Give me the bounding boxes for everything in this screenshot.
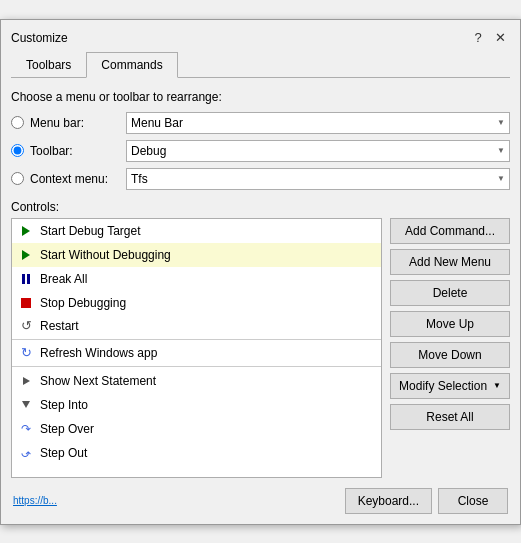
modify-selection-button[interactable]: Modify Selection ▼ — [390, 373, 510, 399]
label-toolbar: Toolbar: — [30, 144, 120, 158]
list-item[interactable]: ↺ Restart — [12, 315, 381, 340]
item-label: Step Out — [40, 446, 87, 460]
add-command-button[interactable]: Add Command... — [390, 218, 510, 244]
list-item[interactable]: Show Next Statement — [12, 369, 381, 393]
dropdown-arrow-icon: ▼ — [493, 381, 501, 390]
radio-group: Menu bar: Menu Bar ▼ Toolbar: Debug ▼ Co… — [11, 112, 510, 190]
customize-dialog: Customize ? ✕ Toolbars Commands Choose a… — [0, 19, 521, 525]
label-context-menu: Context menu: — [30, 172, 120, 186]
item-label: Refresh Windows app — [40, 346, 157, 360]
circle-arrow-icon: ↺ — [18, 318, 34, 334]
url-hint[interactable]: https://b... — [13, 495, 57, 506]
label-menu-bar: Menu bar: — [30, 116, 120, 130]
item-label: Restart — [40, 319, 79, 333]
item-label: Step Over — [40, 422, 94, 436]
radio-context-menu[interactable] — [11, 172, 24, 185]
tab-commands[interactable]: Commands — [86, 52, 177, 78]
list-item[interactable]: Start Without Debugging — [12, 243, 381, 267]
radio-row-menu-bar: Menu bar: Menu Bar ▼ — [11, 112, 510, 134]
keyboard-button[interactable]: Keyboard... — [345, 488, 432, 514]
commands-list[interactable]: Start Debug Target Start Without Debuggi… — [11, 218, 382, 478]
reset-all-button[interactable]: Reset All — [390, 404, 510, 430]
combo-context-menu[interactable]: Tfs ▼ — [126, 168, 510, 190]
title-bar-controls: ? ✕ — [468, 28, 510, 48]
radio-row-toolbar: Toolbar: Debug ▼ — [11, 140, 510, 162]
item-label: Break All — [40, 272, 87, 286]
stop-icon — [18, 295, 34, 311]
radio-row-context-menu: Context menu: Tfs ▼ — [11, 168, 510, 190]
radio-menu-bar[interactable] — [11, 116, 24, 129]
tab-toolbars[interactable]: Toolbars — [11, 52, 86, 78]
combo-context-menu-value: Tfs — [131, 172, 148, 186]
dialog-title: Customize — [11, 31, 68, 45]
combo-menu-bar[interactable]: Menu Bar ▼ — [126, 112, 510, 134]
refresh-icon: ↻ — [18, 345, 34, 361]
step-over-icon: ↷ — [18, 421, 34, 437]
section-label: Choose a menu or toolbar to rearrange: — [11, 90, 510, 104]
close-button[interactable]: Close — [438, 488, 508, 514]
tab-bar: Toolbars Commands — [11, 52, 510, 78]
bottom-buttons: Keyboard... Close — [345, 488, 508, 514]
play-icon — [18, 223, 34, 239]
item-label: Step Into — [40, 398, 88, 412]
combo-toolbar[interactable]: Debug ▼ — [126, 140, 510, 162]
play-icon — [18, 247, 34, 263]
pause-icon — [18, 271, 34, 287]
arrow-right-icon — [18, 373, 34, 389]
controls-area: Start Debug Target Start Without Debuggi… — [11, 218, 510, 478]
help-button[interactable]: ? — [468, 28, 488, 48]
chevron-down-icon: ▼ — [497, 118, 505, 127]
list-item[interactable]: Break All — [12, 267, 381, 291]
item-label: Show Next Statement — [40, 374, 156, 388]
delete-button[interactable]: Delete — [390, 280, 510, 306]
list-item[interactable]: Start Debug Target — [12, 219, 381, 243]
list-item[interactable]: ↻ Refresh Windows app — [12, 342, 381, 367]
title-bar: Customize ? ✕ — [1, 20, 520, 52]
chevron-down-icon: ▼ — [497, 146, 505, 155]
dialog-content: Toolbars Commands Choose a menu or toolb… — [1, 52, 520, 524]
close-title-button[interactable]: ✕ — [490, 28, 510, 48]
radio-toolbar[interactable] — [11, 144, 24, 157]
chevron-down-icon: ▼ — [497, 174, 505, 183]
list-item[interactable]: ↷ Step Out — [12, 441, 381, 465]
move-down-button[interactable]: Move Down — [390, 342, 510, 368]
title-bar-left: Customize — [11, 31, 68, 45]
controls-label: Controls: — [11, 200, 510, 214]
bottom-bar: https://b... Keyboard... Close — [11, 488, 510, 514]
button-panel: Add Command... Add New Menu Delete Move … — [390, 218, 510, 478]
modify-selection-label: Modify Selection — [399, 379, 487, 393]
item-label: Start Without Debugging — [40, 248, 171, 262]
list-item[interactable]: ↷ Step Over — [12, 417, 381, 441]
list-item[interactable]: Step Into — [12, 393, 381, 417]
item-label: Stop Debugging — [40, 296, 126, 310]
step-into-icon — [18, 397, 34, 413]
combo-menu-bar-value: Menu Bar — [131, 116, 183, 130]
move-up-button[interactable]: Move Up — [390, 311, 510, 337]
item-label: Start Debug Target — [40, 224, 141, 238]
add-new-menu-button[interactable]: Add New Menu — [390, 249, 510, 275]
combo-toolbar-value: Debug — [131, 144, 166, 158]
list-item[interactable]: Stop Debugging — [12, 291, 381, 315]
step-out-icon: ↷ — [18, 445, 34, 461]
